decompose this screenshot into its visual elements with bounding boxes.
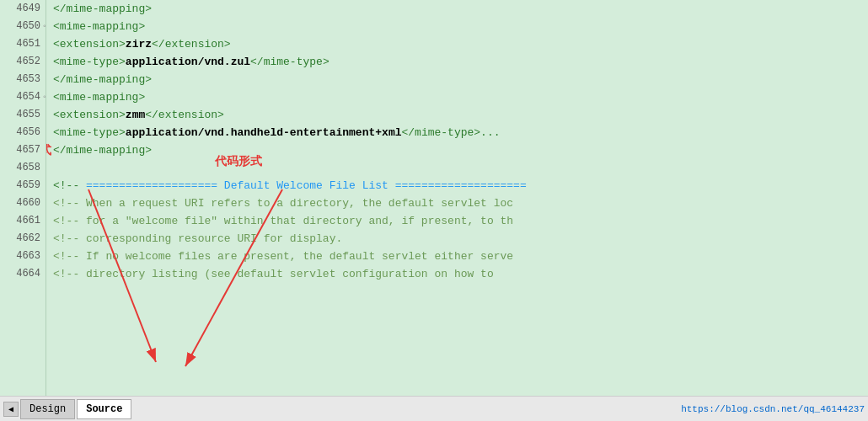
code-line-4664: <!-- directory listing (see default serv… xyxy=(53,265,868,283)
code-line-4653: </mime-mapping> xyxy=(53,71,868,88)
bottom-bar: ◀ Design Source https://blog.csdn.net/qq… xyxy=(0,396,868,421)
code-line-4649: </mime-mapping> xyxy=(53,0,868,18)
line-number-4661: 4661 xyxy=(0,212,46,230)
line-number-4650: 4650 xyxy=(0,18,46,35)
code-line-4652: <mime-type>application/vnd.zul</mime-typ… xyxy=(53,53,868,71)
source-tab[interactable]: Source xyxy=(77,399,131,419)
line-number-4654: 4654 xyxy=(0,88,46,106)
line-number-4655: 4655 xyxy=(0,106,46,124)
line-number-4651: 4651 xyxy=(0,35,46,53)
bottom-tabs: ◀ Design Source xyxy=(3,399,131,419)
editor-area: 4649465046514652465346544655465646574658… xyxy=(0,0,868,396)
line-number-4657: 4657 xyxy=(0,141,46,159)
line-numbers: 4649465046514652465346544655465646574658… xyxy=(0,0,46,396)
scroll-left-button[interactable]: ◀ xyxy=(3,402,19,417)
code-line-4663: <!-- If no welcome files are present, th… xyxy=(53,248,868,265)
code-line-4662: <!-- corresponding resource URI for disp… xyxy=(53,230,868,248)
code-line-4657: </mime-mapping> xyxy=(53,141,868,159)
line-number-4652: 4652 xyxy=(0,53,46,71)
code-line-4660: <!-- When a request URI refers to a dire… xyxy=(53,195,868,212)
code-line-4661: <!-- for a "welcome file" within that di… xyxy=(53,212,868,230)
line-number-4649: 4649 xyxy=(0,0,46,18)
code-line-4659: <!-- ==================== Default Welcom… xyxy=(53,177,868,195)
line-number-4664: 4664 xyxy=(0,265,46,283)
line-number-4658: 4658 xyxy=(0,159,46,177)
code-line-4658 xyxy=(53,159,868,177)
code-content[interactable]: </mime-mapping> <mime-mapping> <extensio… xyxy=(46,0,868,396)
line-number-4662: 4662 xyxy=(0,230,46,248)
design-tab[interactable]: Design xyxy=(20,399,75,419)
line-number-4663: 4663 xyxy=(0,248,46,265)
line-number-4656: 4656 xyxy=(0,124,46,141)
code-line-4656: <mime-type>application/vnd.handheld-ente… xyxy=(53,124,868,141)
line-number-4659: 4659 xyxy=(0,177,46,195)
line-number-4653: 4653 xyxy=(0,71,46,88)
code-line-4654: <mime-mapping> xyxy=(53,88,868,106)
url-display: https://blog.csdn.net/qq_46144237 xyxy=(681,404,865,414)
code-line-4650: <mime-mapping> xyxy=(53,18,868,35)
code-line-4651: <extension>zirz</extension> xyxy=(53,35,868,53)
line-number-4660: 4660 xyxy=(0,195,46,212)
code-line-4655: <extension>zmm</extension> xyxy=(53,106,868,124)
annotation-table-form: 表格形式 xyxy=(46,143,51,158)
code-container: 4649465046514652465346544655465646574658… xyxy=(0,0,868,396)
